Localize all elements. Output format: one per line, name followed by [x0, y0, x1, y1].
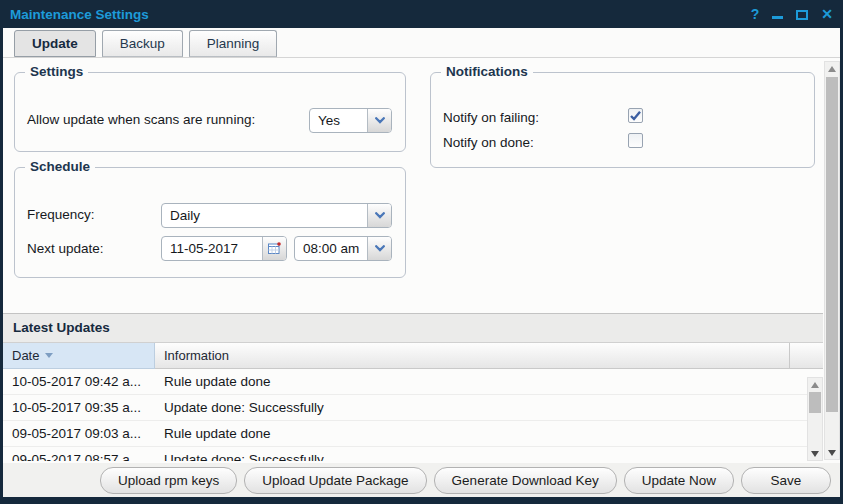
tab-backup[interactable]: Backup [102, 30, 183, 57]
row-information: Update done: Successfully [155, 395, 807, 420]
maximize-box [796, 10, 808, 20]
notifications-group: Notifications Notify on failing: Notify … [430, 72, 815, 168]
scroll-down-icon[interactable] [825, 446, 839, 459]
chevron-down-icon[interactable] [367, 109, 391, 132]
minimize-bar [772, 16, 783, 19]
maximize-icon[interactable] [796, 8, 808, 20]
update-tab-panel: Settings Allow update when scans are run… [3, 58, 840, 463]
latest-updates-table: 10-05-2017 09:42 a... Rule update done 1… [3, 369, 807, 461]
row-date: 10-05-2017 09:35 a... [3, 395, 155, 420]
down-arrow [828, 450, 836, 456]
notify-on-done-checkbox[interactable] [628, 133, 643, 148]
allow-update-label: Allow update when scans are running: [27, 112, 255, 127]
generate-download-key-button[interactable]: Generate Download Key [434, 467, 617, 494]
down-arrow [811, 451, 819, 457]
maintenance-settings-window: Maintenance Settings ? ✕ Update Backup P… [0, 0, 843, 504]
row-information: Update done: Successfully [155, 447, 807, 461]
row-date: 10-05-2017 09:42 a... [3, 369, 155, 394]
notify-on-done-label: Notify on done: [443, 135, 534, 150]
latest-updates-table-header: Date Information [3, 343, 823, 369]
chevron-down-icon[interactable] [367, 204, 391, 227]
latest-updates-header: Latest Updates [3, 313, 823, 343]
allow-update-dropdown[interactable]: Yes [309, 108, 392, 133]
titlebar: Maintenance Settings ? ✕ [0, 0, 843, 28]
chevron-down-icon[interactable] [367, 237, 391, 260]
row-information: Rule update done [155, 421, 807, 446]
notify-on-failing-checkbox[interactable] [628, 108, 643, 123]
help-icon[interactable]: ? [751, 0, 760, 28]
upload-rpm-keys-button[interactable]: Upload rpm keys [100, 467, 237, 494]
main-scrollbar-thumb[interactable] [826, 77, 838, 412]
table-row[interactable]: 09-05-2017 09:03 a... Rule update done [3, 421, 807, 447]
tab-planning[interactable]: Planning [189, 30, 278, 57]
calendar-icon[interactable] [262, 237, 286, 260]
update-now-button[interactable]: Update Now [624, 467, 734, 494]
up-arrow [811, 382, 819, 388]
save-button[interactable]: Save [741, 467, 831, 494]
table-scrollbar[interactable] [807, 377, 823, 461]
table-row[interactable]: 10-05-2017 09:42 a... Rule update done [3, 369, 807, 395]
scroll-up-icon[interactable] [808, 378, 822, 391]
table-row[interactable]: 10-05-2017 09:35 a... Update done: Succe… [3, 395, 807, 421]
row-date: 09-05-2017 09:03 a... [3, 421, 155, 446]
window-title: Maintenance Settings [0, 7, 149, 22]
main-scrollbar[interactable] [824, 61, 840, 460]
checkmark-icon [629, 110, 642, 122]
frequency-dropdown[interactable]: Daily [161, 203, 392, 228]
notify-on-failing-label: Notify on failing: [443, 110, 539, 125]
row-information: Rule update done [155, 369, 807, 394]
up-arrow [828, 66, 836, 72]
column-header-spacer [790, 343, 823, 369]
column-header-information[interactable]: Information [155, 343, 790, 369]
frequency-value: Daily [162, 204, 367, 227]
scroll-down-icon[interactable] [808, 447, 822, 460]
tab-update[interactable]: Update [14, 30, 96, 57]
notifications-group-legend: Notifications [441, 64, 533, 79]
next-update-time-value: 08:00 am [295, 237, 367, 260]
tab-bar: Update Backup Planning [3, 28, 840, 58]
upload-update-package-button[interactable]: Upload Update Package [244, 467, 426, 494]
next-update-time-dropdown[interactable]: 08:00 am [294, 236, 392, 261]
column-header-date-label: Date [12, 343, 39, 368]
allow-update-value: Yes [310, 109, 367, 132]
table-row[interactable]: 09-05-2017 08:57 a... Update done: Succe… [3, 447, 807, 461]
next-update-label: Next update: [27, 241, 104, 256]
column-header-date[interactable]: Date [3, 343, 155, 369]
table-scrollbar-thumb[interactable] [809, 392, 821, 413]
next-update-date-value: 11-05-2017 [162, 237, 262, 260]
close-icon[interactable]: ✕ [821, 0, 833, 28]
minimize-icon[interactable] [772, 10, 783, 19]
row-date: 09-05-2017 08:57 a... [3, 447, 155, 461]
frequency-label: Frequency: [27, 207, 95, 222]
schedule-group: Schedule Frequency: Daily Next update: 1… [14, 167, 406, 278]
scroll-up-icon[interactable] [825, 62, 839, 75]
settings-group: Settings Allow update when scans are run… [14, 72, 406, 152]
window-controls: ? ✕ [751, 0, 833, 28]
settings-group-legend: Settings [25, 64, 88, 79]
column-header-information-label: Information [164, 343, 229, 368]
footer-button-bar: Upload rpm keys Upload Update Package Ge… [3, 463, 840, 497]
next-update-date-field[interactable]: 11-05-2017 [161, 236, 287, 261]
sort-descending-icon [45, 353, 53, 358]
schedule-group-legend: Schedule [25, 159, 95, 174]
